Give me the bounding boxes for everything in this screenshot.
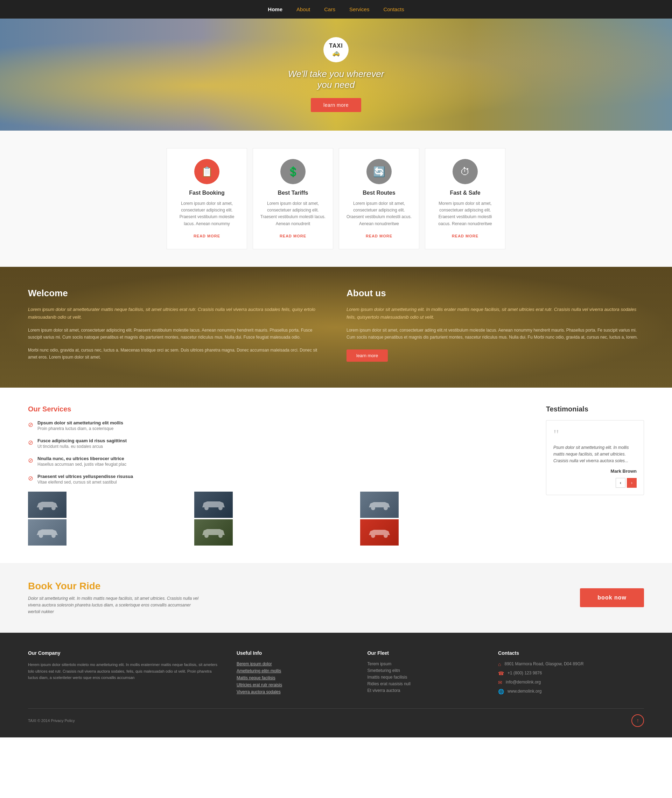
best-routes-icon: 🔄 [366, 159, 392, 184]
testimonial-text: Psum dolor sit ametteturing elit. In mol… [554, 444, 637, 465]
footer-fleet-title: Our Fleet [367, 650, 484, 656]
footer-fleet-4: Ridies erat ruasisis null [367, 681, 484, 686]
tagline-line1: We'll take you wherever [288, 69, 384, 79]
best-routes-link[interactable]: READ MORE [366, 234, 392, 238]
hero-tagline: We'll take you wherever you need [288, 69, 384, 90]
footer-bottom: TAXI © 2014 Privacy Policy ↑ [28, 708, 644, 727]
testimonial-card: " Psum dolor sit ametteturing elit. In m… [546, 420, 644, 495]
phone-icon: ☎ [498, 671, 504, 676]
nav-cars[interactable]: Cars [324, 6, 335, 12]
aboutus-intro: Lorem ipsum dolor sit ametteturing elit.… [347, 306, 644, 321]
footer-useful-col: Useful Info Berem ipsum dolor Ametteturi… [237, 650, 354, 698]
nav-services[interactable]: Services [349, 6, 370, 12]
footer-email-text: info@demolink.org [506, 679, 541, 684]
hero-learn-more-button[interactable]: learn more [311, 98, 361, 112]
footer-link-2[interactable]: Ametteturing elitn mollis [237, 668, 354, 673]
footer-company-col: Our Company Herem ipsum dolor sittertolo… [28, 650, 222, 698]
aboutus-title: About us [347, 288, 644, 299]
testimonial-prev-button[interactable]: ‹ [616, 478, 626, 488]
footer-contacts-title: Contacts [498, 650, 644, 656]
aboutus-para1: Lorem ipsum dolor sit amet, consectetuer… [347, 327, 644, 341]
footer-fleet-col: Our Fleet Terem ipsum Smetteturing elitn… [367, 650, 484, 698]
aboutus-col: About us Lorem ipsum dolor sit amettetur… [347, 288, 644, 367]
service-check-icon-4: ⊘ [28, 474, 33, 482]
footer-phone-text: +1 (800) 123 9876 [507, 671, 542, 675]
footer-link-5[interactable]: Viverra auctora sodales [237, 689, 354, 694]
address-icon: ⌂ [498, 662, 501, 667]
testimonial-next-button[interactable]: › [627, 478, 637, 488]
footer-website: 🌐 www.demolink.org [498, 689, 644, 694]
footer-company-text: Herem ipsum dolor sittertolo moleto mo a… [28, 662, 222, 681]
email-icon: ✉ [498, 679, 502, 685]
welcome-para1: Lorem ipsum dolor sit amet, consectetuer… [28, 327, 325, 341]
testimonials-title: Testimonials [546, 405, 644, 413]
service-check-icon-2: ⊘ [28, 439, 33, 447]
service-text-3: Nnulla nunc, eu ultrices liberocer ultri… [37, 456, 126, 468]
fast-booking-link[interactable]: READ MORE [194, 234, 220, 238]
testimonials-col: Testimonials " Psum dolor sit ametteturi… [546, 405, 644, 546]
service-car-image-3 [360, 492, 398, 518]
footer-email: ✉ info@demolink.org [498, 679, 644, 685]
book-text: Book Your Ride Dolor sit ametteturing el… [28, 580, 203, 615]
nav-about[interactable]: About [296, 6, 310, 12]
footer-website-text: www.demolink.org [507, 689, 541, 694]
welcome-title: Welcome [28, 288, 325, 299]
service-text-4: Praesent vel ultrices yelluspendisse ris… [37, 474, 133, 485]
svg-point-5 [384, 506, 388, 510]
feature-fast-booking: 📋 Fast Booking Lorem ipsum dolor sit ame… [166, 148, 247, 249]
best-tariffs-title: Best Tariffs [260, 190, 326, 196]
book-now-button[interactable]: book now [580, 588, 644, 607]
quote-mark: " [554, 428, 637, 442]
fast-booking-desc: Lorem ipsum dolor sit amet, consectetuer… [174, 200, 240, 227]
service-item-2: ⊘ Fusce adipiscing quam id risus sagitti… [28, 438, 525, 450]
footer-copyright: TAXI © 2014 Privacy Policy [28, 718, 75, 723]
nav-contacts[interactable]: Contacts [383, 6, 404, 12]
service-car-image-1 [28, 492, 67, 518]
svg-point-4 [371, 506, 375, 510]
feature-best-tariffs: 💲 Best Tariffs Lorem ipsum dolor sit ame… [253, 148, 333, 249]
footer-link-1[interactable]: Berem ipsum dolor [237, 662, 354, 667]
main-nav: Home About Cars Services Contacts [0, 0, 672, 19]
service-check-icon-3: ⊘ [28, 457, 33, 464]
footer-grid: Our Company Herem ipsum dolor sittertolo… [28, 650, 644, 698]
best-routes-title: Best Routes [346, 190, 412, 196]
best-tariffs-link[interactable]: READ MORE [280, 234, 306, 238]
svg-point-7 [51, 534, 56, 538]
nav-home[interactable]: Home [268, 6, 282, 12]
svg-point-11 [384, 534, 388, 538]
service-desc-4: Vitae eleifend sed, cursus sit amet sast… [37, 479, 133, 485]
footer-link-4[interactable]: Ultricies erat rutr reraisis [237, 683, 354, 687]
service-title-3: Nnulla nunc, eu ultrices liberocer ultri… [37, 456, 126, 461]
scroll-to-top-button[interactable]: ↑ [631, 714, 644, 727]
footer-fleet-3: Imattis neque facilisis [367, 675, 484, 679]
features-section: 📋 Fast Booking Lorem ipsum dolor sit ame… [0, 131, 672, 267]
service-desc-3: Hasellus accumsan sed, justis vitae feug… [37, 461, 126, 468]
service-item-4: ⊘ Praesent vel ultrices yelluspendisse r… [28, 474, 525, 485]
taxi-icon: 🚕 [332, 49, 340, 57]
footer-useful-title: Useful Info [237, 650, 354, 656]
aboutus-learn-more-button[interactable]: learn more [347, 349, 388, 362]
fast-safe-desc: Morem ipsum dolor sit amet, consectetuer… [432, 200, 498, 227]
svg-point-9 [218, 534, 222, 538]
service-desc-2: Ut tincidunt nulla. eu sodales arcua [37, 443, 127, 450]
svg-point-8 [205, 534, 209, 538]
welcome-intro: Lorem ipsum dolor sit ametteturater matt… [28, 306, 325, 321]
svg-point-6 [39, 534, 43, 538]
fast-safe-icon: ⏱ [453, 159, 478, 184]
hero-content: TAXI 🚕 We'll take you wherever you need … [288, 37, 384, 112]
footer-fleet-2: Smetteturing elitn [367, 668, 484, 673]
fast-safe-link[interactable]: READ MORE [452, 234, 478, 238]
book-desc: Dolor sit ametteturing elit. In mollis m… [28, 595, 203, 615]
footer-fleet-1: Terem ipsum [367, 662, 484, 667]
book-section: Book Your Ride Dolor sit ametteturing el… [0, 563, 672, 633]
footer-company-title: Our Company [28, 650, 222, 656]
welcome-col: Welcome Lorem ipsum dolor sit amettetura… [28, 288, 325, 367]
testimonial-nav: ‹ › [554, 478, 637, 488]
footer-link-3[interactable]: Mattis neque facilisis [237, 675, 354, 680]
hero-section: TAXI 🚕 We'll take you wherever you need … [0, 19, 672, 131]
footer: Our Company Herem ipsum dolor sittertolo… [0, 633, 672, 737]
hero-logo: TAXI 🚕 [323, 37, 349, 62]
service-text-1: Dpsum dolor sit ametteturing elit mollis… [37, 420, 123, 432]
testimonial-author: Mark Brown [554, 468, 637, 474]
footer-contacts-col: Contacts ⌂ 8901 Marmora Road, Glasgow, D… [498, 650, 644, 698]
